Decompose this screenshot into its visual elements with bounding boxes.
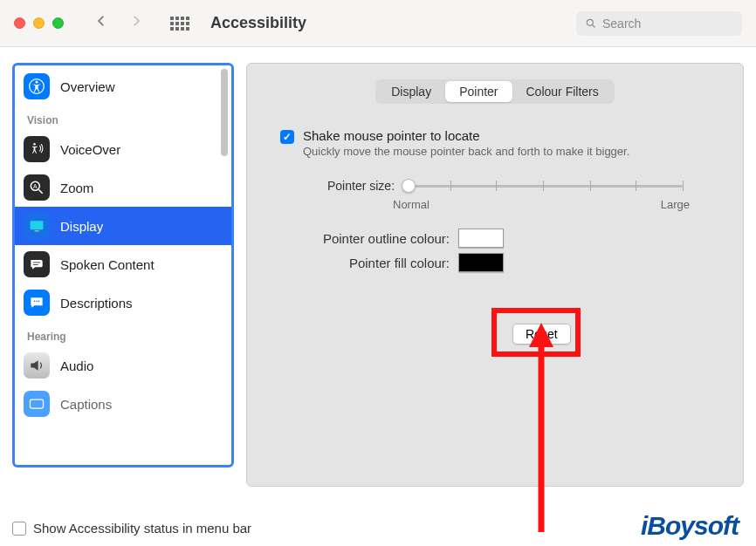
shake-to-locate-label: Shake mouse pointer to locate bbox=[303, 128, 629, 143]
captions-icon bbox=[24, 391, 50, 417]
svg-point-0 bbox=[587, 19, 593, 25]
show-status-checkbox[interactable] bbox=[12, 522, 26, 536]
display-icon bbox=[24, 213, 50, 239]
shake-to-locate-description: Quickly move the mouse pointer back and … bbox=[303, 145, 629, 158]
sidebar-item-label: Overview bbox=[60, 79, 115, 94]
voiceover-icon bbox=[24, 136, 50, 162]
sidebar: Overview Vision VoiceOver A Zoom Displ bbox=[12, 63, 234, 468]
back-button[interactable] bbox=[88, 11, 114, 35]
tab-display[interactable]: Display bbox=[377, 81, 445, 102]
tab-bar: Display Pointer Colour Filters bbox=[266, 79, 724, 104]
tab-pointer[interactable]: Pointer bbox=[445, 81, 512, 102]
svg-rect-9 bbox=[35, 230, 39, 232]
pointer-outline-colour-well[interactable] bbox=[458, 229, 504, 248]
close-window-button[interactable] bbox=[14, 17, 25, 29]
svg-point-13 bbox=[36, 301, 38, 303]
sidebar-item-audio[interactable]: Audio bbox=[15, 346, 231, 385]
main-panel: Display Pointer Colour Filters Shake mou… bbox=[246, 63, 744, 487]
svg-point-14 bbox=[38, 301, 40, 303]
pointer-size-label: Pointer size: bbox=[327, 179, 395, 193]
pointer-outline-label: Pointer outline colour: bbox=[266, 231, 450, 246]
sidebar-item-voiceover[interactable]: VoiceOver bbox=[15, 130, 231, 168]
svg-line-1 bbox=[593, 24, 595, 27]
sidebar-item-label: Descriptions bbox=[60, 296, 133, 311]
pointer-fill-colour-well[interactable] bbox=[458, 253, 504, 272]
fullscreen-window-button[interactable] bbox=[52, 17, 64, 29]
pointer-size-min-label: Normal bbox=[393, 198, 430, 211]
sidebar-item-label: Audio bbox=[60, 358, 93, 373]
svg-rect-8 bbox=[31, 221, 44, 229]
sidebar-item-overview[interactable]: Overview bbox=[15, 67, 231, 106]
sidebar-item-label: Captions bbox=[60, 397, 112, 412]
zoom-icon: A bbox=[24, 174, 50, 201]
sidebar-item-label: VoiceOver bbox=[60, 142, 120, 157]
watermark-text: iBoysoft bbox=[641, 511, 739, 540]
window-controls bbox=[14, 17, 64, 29]
show-status-label: Show Accessibility status in menu bar bbox=[33, 521, 251, 536]
pointer-fill-label: Pointer fill colour: bbox=[266, 256, 450, 270]
minimize-window-button[interactable] bbox=[33, 17, 45, 29]
sidebar-item-captions[interactable]: Captions bbox=[15, 385, 231, 423]
forward-button[interactable] bbox=[123, 11, 149, 35]
svg-point-3 bbox=[36, 81, 38, 84]
svg-rect-11 bbox=[33, 264, 38, 265]
spoken-content-icon bbox=[24, 251, 50, 277]
tab-colour-filters[interactable]: Colour Filters bbox=[512, 81, 613, 102]
sidebar-item-label: Zoom bbox=[60, 181, 93, 195]
pointer-size-max-label: Large bbox=[661, 198, 690, 211]
window-title: Accessibility bbox=[210, 14, 306, 32]
sidebar-item-display[interactable]: Display bbox=[15, 207, 231, 245]
window-toolbar: Accessibility Search bbox=[0, 0, 756, 47]
shake-to-locate-checkbox[interactable] bbox=[280, 130, 294, 144]
svg-point-4 bbox=[33, 143, 36, 146]
sidebar-item-zoom[interactable]: A Zoom bbox=[15, 168, 231, 207]
all-preferences-button[interactable] bbox=[170, 17, 189, 31]
reset-button[interactable]: Reset bbox=[512, 324, 571, 345]
watermark: iBoysoft bbox=[641, 511, 739, 541]
footer: Show Accessibility status in menu bar bbox=[12, 521, 251, 536]
svg-text:A: A bbox=[33, 183, 38, 189]
search-icon bbox=[585, 17, 597, 30]
descriptions-icon bbox=[24, 290, 50, 316]
svg-line-6 bbox=[39, 190, 43, 194]
sidebar-item-label: Display bbox=[60, 219, 103, 234]
svg-rect-10 bbox=[33, 263, 40, 263]
sidebar-item-descriptions[interactable]: Descriptions bbox=[15, 283, 231, 322]
audio-icon bbox=[24, 352, 50, 379]
sidebar-group-vision: Vision bbox=[15, 106, 231, 130]
search-placeholder: Search bbox=[602, 17, 641, 31]
sidebar-item-label: Spoken Content bbox=[60, 257, 155, 272]
sidebar-item-spoken-content[interactable]: Spoken Content bbox=[15, 245, 231, 283]
svg-rect-15 bbox=[31, 399, 44, 408]
sidebar-group-hearing: Hearing bbox=[15, 322, 231, 346]
pointer-size-slider[interactable] bbox=[403, 177, 683, 195]
search-field[interactable]: Search bbox=[576, 11, 742, 36]
accessibility-icon bbox=[24, 73, 50, 99]
svg-point-12 bbox=[34, 301, 36, 303]
